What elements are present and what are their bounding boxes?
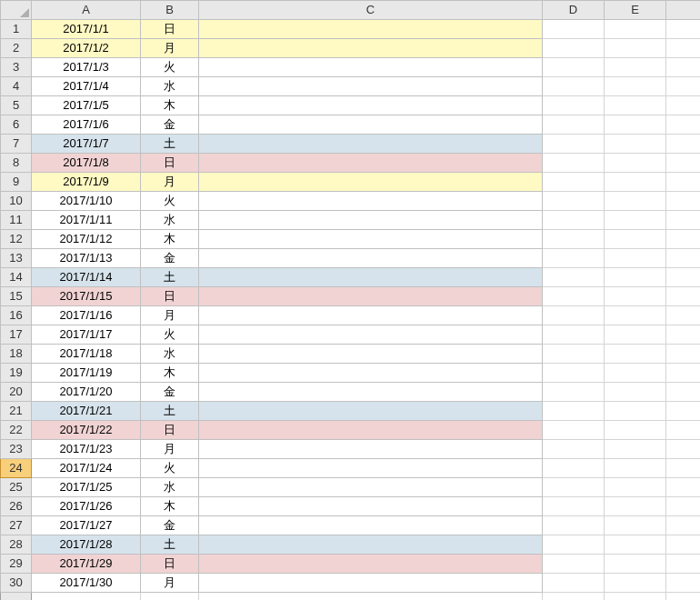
row-header[interactable]: 11 <box>1 211 32 230</box>
cell-note[interactable] <box>199 497 543 516</box>
empty-cell[interactable] <box>605 211 666 230</box>
empty-cell[interactable] <box>666 593 701 601</box>
cell-note[interactable] <box>199 535 543 555</box>
empty-cell[interactable] <box>543 173 605 192</box>
empty-cell[interactable] <box>543 249 605 268</box>
empty-cell[interactable] <box>605 364 666 383</box>
row-header[interactable]: 26 <box>1 497 32 516</box>
empty-cell[interactable] <box>666 192 701 211</box>
cell-note[interactable] <box>199 173 543 192</box>
empty-cell[interactable] <box>666 173 701 192</box>
empty-cell[interactable] <box>605 268 666 287</box>
cell-weekday[interactable]: 日 <box>141 154 199 173</box>
cell-date[interactable]: 2017/1/9 <box>32 173 141 192</box>
cell-note[interactable] <box>199 39 543 58</box>
empty-cell[interactable] <box>605 173 666 192</box>
cell-date[interactable]: 2017/1/4 <box>32 77 141 96</box>
empty-cell[interactable] <box>605 535 666 555</box>
cell-weekday[interactable]: 金 <box>141 516 199 535</box>
cell-weekday[interactable]: 水 <box>141 211 199 230</box>
empty-cell[interactable] <box>543 154 605 173</box>
cell-date[interactable]: 2017/1/12 <box>32 230 141 249</box>
cell-note[interactable] <box>199 440 543 459</box>
row-header[interactable]: 30 <box>1 574 32 593</box>
cell-date[interactable]: 2017/1/3 <box>32 58 141 77</box>
empty-cell[interactable] <box>605 325 666 345</box>
cell-date[interactable]: 2017/1/8 <box>32 154 141 173</box>
empty-cell[interactable] <box>32 593 141 601</box>
empty-cell[interactable] <box>543 287 605 306</box>
cell-note[interactable] <box>199 211 543 230</box>
cell-weekday[interactable]: 金 <box>141 249 199 268</box>
empty-cell[interactable] <box>605 459 666 478</box>
empty-cell[interactable] <box>605 383 666 402</box>
empty-cell[interactable] <box>666 249 701 268</box>
empty-cell[interactable] <box>605 77 666 96</box>
cell-date[interactable]: 2017/1/24 <box>32 459 141 478</box>
empty-cell[interactable] <box>605 574 666 593</box>
empty-cell[interactable] <box>605 230 666 249</box>
empty-cell[interactable] <box>605 249 666 268</box>
empty-cell[interactable] <box>543 268 605 287</box>
empty-cell[interactable] <box>666 325 701 345</box>
empty-cell[interactable] <box>666 39 701 58</box>
cell-weekday[interactable]: 日 <box>141 421 199 440</box>
column-header-D[interactable]: D <box>543 1 605 20</box>
cell-note[interactable] <box>199 402 543 421</box>
cell-note[interactable] <box>199 345 543 364</box>
cell-date[interactable]: 2017/1/23 <box>32 440 141 459</box>
cell-note[interactable] <box>199 58 543 77</box>
empty-cell[interactable] <box>666 402 701 421</box>
cell-note[interactable] <box>199 287 543 306</box>
empty-cell[interactable] <box>605 58 666 77</box>
empty-cell[interactable] <box>543 535 605 555</box>
cell-weekday[interactable]: 土 <box>141 135 199 154</box>
empty-cell[interactable] <box>199 593 543 601</box>
cell-note[interactable] <box>199 364 543 383</box>
empty-cell[interactable] <box>543 555 605 574</box>
row-header[interactable]: 10 <box>1 192 32 211</box>
empty-cell[interactable] <box>666 115 701 135</box>
cell-date[interactable]: 2017/1/19 <box>32 364 141 383</box>
cell-weekday[interactable]: 日 <box>141 555 199 574</box>
cell-note[interactable] <box>199 383 543 402</box>
cell-weekday[interactable]: 水 <box>141 478 199 497</box>
cell-date[interactable]: 2017/1/27 <box>32 516 141 535</box>
empty-cell[interactable] <box>605 402 666 421</box>
row-header[interactable]: 5 <box>1 96 32 115</box>
cell-note[interactable] <box>199 516 543 535</box>
empty-cell[interactable] <box>605 192 666 211</box>
cell-date[interactable]: 2017/1/25 <box>32 478 141 497</box>
empty-cell[interactable] <box>666 516 701 535</box>
empty-cell[interactable] <box>605 440 666 459</box>
cell-date[interactable]: 2017/1/5 <box>32 96 141 115</box>
empty-cell[interactable] <box>605 287 666 306</box>
empty-cell[interactable] <box>605 421 666 440</box>
cell-date[interactable]: 2017/1/1 <box>32 20 141 39</box>
cell-note[interactable] <box>199 77 543 96</box>
empty-cell[interactable] <box>141 593 199 601</box>
row-header[interactable]: 25 <box>1 478 32 497</box>
empty-cell[interactable] <box>605 154 666 173</box>
cell-weekday[interactable]: 月 <box>141 440 199 459</box>
empty-cell[interactable] <box>543 211 605 230</box>
empty-cell[interactable] <box>666 555 701 574</box>
cell-note[interactable] <box>199 325 543 345</box>
empty-cell[interactable] <box>605 593 666 601</box>
cell-note[interactable] <box>199 115 543 135</box>
empty-cell[interactable] <box>543 345 605 364</box>
empty-cell[interactable] <box>543 364 605 383</box>
empty-cell[interactable] <box>543 230 605 249</box>
cell-weekday[interactable]: 月 <box>141 574 199 593</box>
row-header[interactable]: 22 <box>1 421 32 440</box>
cell-weekday[interactable]: 土 <box>141 268 199 287</box>
cell-weekday[interactable]: 土 <box>141 535 199 555</box>
row-header[interactable]: 28 <box>1 535 32 555</box>
row-header[interactable]: 27 <box>1 516 32 535</box>
empty-cell[interactable] <box>666 364 701 383</box>
cell-date[interactable]: 2017/1/29 <box>32 555 141 574</box>
empty-cell[interactable] <box>543 135 605 154</box>
cell-note[interactable] <box>199 249 543 268</box>
cell-date[interactable]: 2017/1/2 <box>32 39 141 58</box>
cell-note[interactable] <box>199 20 543 39</box>
